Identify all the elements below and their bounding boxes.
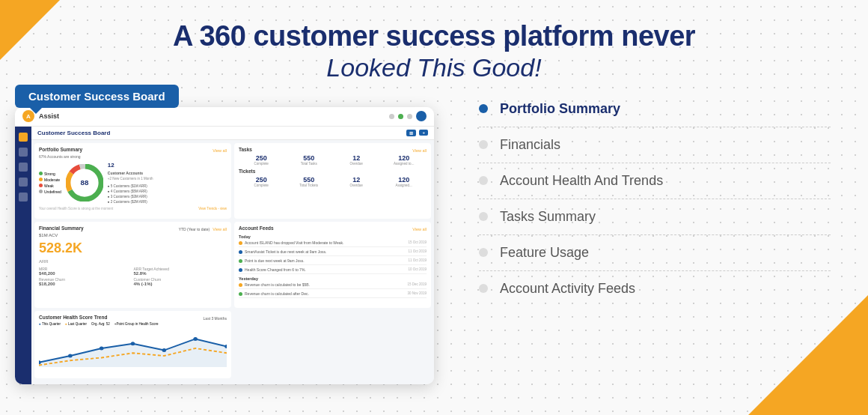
portfolio-view-trends[interactable]: View Trends - view <box>198 207 227 210</box>
dash-header-actions: ⊞ + <box>406 130 428 136</box>
tasks-link[interactable]: View all <box>412 148 427 153</box>
feed-dot-6 <box>239 292 242 296</box>
feature-account-health[interactable]: Account Health And Trends <box>479 163 831 199</box>
customer-breakdown-3: ● 3 Customers ($3M ARR) <box>108 194 227 199</box>
task-stat-total: 550 Total Tasks <box>287 154 332 166</box>
feed-item-4: Health Score Changed from 6 to 7%. 10 Oc… <box>239 267 427 274</box>
dash-add-btn[interactable]: + <box>419 130 428 136</box>
feature-dot-portfolio <box>479 104 488 113</box>
financial-link[interactable]: View all <box>213 227 227 231</box>
feeds-today-label: Today <box>239 234 427 239</box>
feature-dot-tasks <box>479 212 488 221</box>
screenshot-area: Customer Success Board A Assist <box>15 98 449 384</box>
feed-item-3: Point is due next week at 9am Joss. 11 O… <box>239 258 427 265</box>
tasks-grid: 250 Complete 550 Total Tasks 12 <box>239 154 427 166</box>
customers-count: 12 <box>108 161 227 171</box>
dash-body: Customer Success Board ⊞ + Portf <box>15 127 434 384</box>
feature-portfolio-summary[interactable]: Portfolio Summary <box>479 98 831 127</box>
feed-item-2: SmartAssist Ticket is due next week at 9… <box>239 249 427 256</box>
feature-label-financials: Financials <box>500 137 560 153</box>
dash-header-row: Customer Success Board ⊞ + <box>31 127 434 140</box>
financial-period: YTD (Year to date) <box>179 227 210 231</box>
feature-dot-financials <box>479 140 488 149</box>
arr-label: ARR <box>39 259 227 264</box>
svg-point-9 <box>131 342 135 345</box>
content-row: Customer Success Board A Assist <box>0 91 868 415</box>
ticket-stat-total: 550 Total Tickets <box>287 176 332 187</box>
feature-label-usage: Feature Usage <box>500 245 589 261</box>
task-stat-assigned: 120 Assigned to... <box>382 154 427 166</box>
portfolio-legend: Strong Moderate Weak Undefined <box>39 171 61 195</box>
task-stat-overdue: 12 Overdue <box>334 154 379 166</box>
financial-panel: Financial Summary YTD (Year to date) Vie… <box>34 222 231 308</box>
sidebar-icon-home <box>19 133 28 142</box>
fin-stat-rev-churn: Revenue Churn $18,200 <box>39 277 132 286</box>
portfolio-subtitle: 67% Accounts are strong <box>39 154 227 159</box>
sparkline-chart <box>39 330 227 367</box>
feature-label-tasks: Tasks Summary <box>500 209 596 225</box>
feature-feature-usage[interactable]: Feature Usage <box>479 235 831 271</box>
svg-point-8 <box>100 347 104 351</box>
tasks-panel: Tasks View all 250 Complete 550 <box>234 143 431 219</box>
feed-dot-1 <box>239 241 242 245</box>
financial-acv: $1M ACV <box>39 233 227 237</box>
ticket-stat-assigned: 120 Assigned... <box>382 176 427 187</box>
feature-dot-usage <box>479 248 488 257</box>
feeds-title: Account Feeds <box>239 225 274 231</box>
svg-text:88: 88 <box>80 178 88 187</box>
features-list: Portfolio Summary Financials Account Hea… <box>449 98 846 306</box>
health-trend-panel: Customer Health Score Trend Last 3 Month… <box>34 311 231 378</box>
feature-dot-account-health <box>479 176 488 185</box>
dash-dot-3 <box>407 114 412 119</box>
fin-stat-mrr: MRR $48,200 <box>39 267 132 276</box>
task-stat-complete: 250 Complete <box>239 154 284 166</box>
feed-item-6: Revenue churn is calculated after Dec. 3… <box>239 291 427 298</box>
ticket-stat-complete: 250 Complete <box>239 176 284 187</box>
hero-line1: A 360 customer success platform never <box>15 21 853 52</box>
feeds-yesterday-label: Yesterday <box>239 276 427 281</box>
portfolio-link[interactable]: View all <box>213 148 227 153</box>
feed-item-5: Revenue churn is calculated to be $5B. 1… <box>239 282 427 289</box>
customers-label: Customer Accounts <box>108 170 227 176</box>
fin-stat-arr-target: ARR Target Achieved 52.8% <box>134 267 227 276</box>
dash-page-title: Customer Success Board <box>37 130 110 136</box>
feature-financials[interactable]: Financials <box>479 127 831 163</box>
feature-activity-feeds[interactable]: Account Activity Feeds <box>479 271 831 306</box>
feature-label-portfolio: Portfolio Summary <box>500 101 620 117</box>
legend-dot-strong <box>39 172 43 175</box>
dashboard-frame: A Assist <box>15 107 434 384</box>
financial-arr-row: 528.2K <box>39 240 227 256</box>
svg-point-7 <box>68 354 73 358</box>
dash-main: Customer Success Board ⊞ + Portf <box>31 127 434 384</box>
feed-dot-5 <box>239 283 242 287</box>
tickets-section: Tickets 250 Complete 550 Total <box>239 169 427 187</box>
feature-tasks-summary[interactable]: Tasks Summary <box>479 199 831 235</box>
dash-app-name: Assist <box>39 112 59 120</box>
sidebar-icon-chart <box>19 148 28 157</box>
tickets-title: Tickets <box>239 169 427 174</box>
portfolio-right: 12 Customer Accounts +2 New Customers in… <box>108 161 227 205</box>
sidebar-icon-users <box>19 163 28 172</box>
hero-section: A 360 customer success platform never Lo… <box>0 0 868 91</box>
legend-dot-weak <box>39 184 43 187</box>
legend-dot-undefined <box>39 190 43 193</box>
feature-dot-activity <box>479 284 488 293</box>
sidebar-icon-settings <box>19 178 28 187</box>
dash-avatar <box>416 111 427 121</box>
customer-breakdown-4: ● 2 Customers ($2M ARR) <box>108 199 227 205</box>
svg-point-11 <box>193 337 198 341</box>
ticket-stat-overdue: 12 Overdue <box>334 176 379 187</box>
health-trend-title: Customer Health Score Trend <box>39 315 107 320</box>
account-feeds-panel: Account Feeds View all Today Account ISL… <box>234 222 431 308</box>
customer-breakdown-2: ● 4 Customers ($5M ARR) <box>108 189 227 194</box>
portfolio-content: Strong Moderate Weak Undefined <box>39 161 227 205</box>
feeds-link[interactable]: View all <box>412 227 427 231</box>
dash-sidebar <box>15 127 31 384</box>
portfolio-bottom: Your overall Health Score is strong at t… <box>39 207 227 210</box>
csb-label: Customer Success Board <box>15 85 179 108</box>
dash-topbar-right <box>389 111 427 121</box>
arr-value: 528.2K <box>39 240 82 256</box>
feed-dot-4 <box>239 268 242 272</box>
dash-panels: Portfolio Summary View all 67% Accounts … <box>31 140 434 381</box>
portfolio-title: Portfolio Summary <box>39 147 82 152</box>
